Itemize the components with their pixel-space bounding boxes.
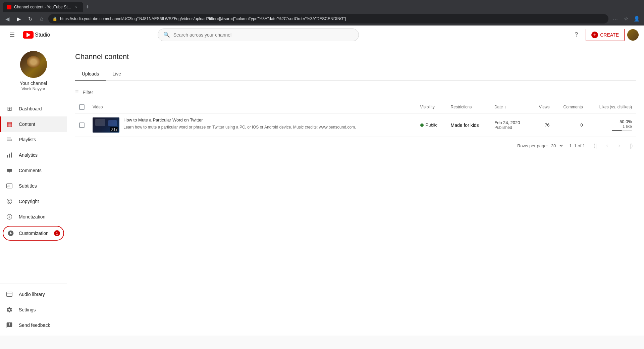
likes-percent: 50.0% <box>591 119 632 124</box>
copyright-icon <box>5 197 13 205</box>
video-title[interactable]: How to Mute a Particular Word on Twitter <box>123 117 412 123</box>
first-page-button[interactable]: ⟨| <box>590 141 600 150</box>
user-avatar[interactable] <box>627 29 639 41</box>
comments-icon <box>5 166 13 174</box>
col-video: Video <box>89 101 416 113</box>
sidebar-item-label: Comments <box>19 168 42 173</box>
browser-chrome: Channel content - YouTube St... × + ◀ ▶ … <box>0 0 644 26</box>
sidebar-item-content[interactable]: ▦ Content <box>0 116 67 132</box>
tabs: Uploads Live <box>75 68 636 81</box>
back-button[interactable]: ◀ <box>3 14 12 23</box>
create-label: CREATE <box>600 32 619 38</box>
page-title: Channel content <box>75 52 636 61</box>
rows-per-page: Rows per page: 30 50 100 <box>517 143 564 149</box>
col-date[interactable]: Date ↓ <box>490 101 531 113</box>
row-checkbox-cell <box>75 113 89 137</box>
sidebar-item-dashboard[interactable]: ⊞ Dashboard <box>0 101 67 116</box>
svg-rect-0 <box>7 138 11 138</box>
forward-button[interactable]: ▶ <box>14 14 23 23</box>
videos-table: Video Visibility Restrictions Date ↓ Vie… <box>75 101 636 137</box>
help-button[interactable]: ? <box>570 28 583 42</box>
create-icon <box>591 32 598 38</box>
sidebar-item-audio-library[interactable]: Audio library <box>0 287 67 302</box>
home-button[interactable]: ⌂ <box>37 14 46 23</box>
date-status: Published <box>494 125 527 130</box>
prev-page-button[interactable]: ‹ <box>602 141 612 150</box>
content-icon: ▦ <box>5 120 13 128</box>
extensions-button[interactable]: ⋯ <box>610 14 620 23</box>
row-video-cell: 3:12 How to Mute a Particular Word on Tw… <box>89 113 416 137</box>
col-comments: Comments <box>554 101 587 113</box>
date-col-label: Date <box>494 105 503 109</box>
row-restrictions-cell: Made for kids <box>447 113 490 137</box>
tab-close-button[interactable]: × <box>74 4 79 10</box>
last-page-button[interactable]: |⟩ <box>627 141 636 150</box>
svg-rect-12 <box>7 292 12 296</box>
create-button[interactable]: CREATE <box>586 29 625 41</box>
svg-text:CC: CC <box>7 185 10 187</box>
avatar-image <box>20 51 47 78</box>
browser-tab[interactable]: Channel content - YouTube St... × <box>3 2 83 12</box>
account-button[interactable]: 👤 <box>632 14 641 23</box>
audio-library-icon <box>5 290 13 298</box>
reload-button[interactable]: ↻ <box>25 14 35 23</box>
sidebar-item-send-feedback[interactable]: Send feedback <box>0 317 67 333</box>
svg-rect-2 <box>7 140 11 141</box>
avatar-image <box>627 29 639 41</box>
playlists-icon <box>5 136 13 144</box>
col-likes: Likes (vs. dislikes) <box>587 101 636 113</box>
customization-badge: 1 <box>54 230 60 236</box>
visibility-label: Public <box>426 122 437 128</box>
page-info: 1–1 of 1 <box>569 143 585 148</box>
rows-per-page-select[interactable]: 30 50 100 <box>550 143 564 149</box>
search-box[interactable]: 🔍 <box>158 29 359 41</box>
sidebar-item-analytics[interactable]: Analytics <box>0 147 67 163</box>
header-right: ? CREATE <box>570 28 639 42</box>
sidebar-item-label: Playlists <box>19 137 36 142</box>
svg-marker-3 <box>11 139 12 141</box>
col-restrictions: Restrictions <box>447 101 490 113</box>
tab-uploads[interactable]: Uploads <box>75 68 106 81</box>
new-tab-button[interactable]: + <box>83 4 92 11</box>
col-visibility: Visibility <box>416 101 447 113</box>
filter-input[interactable] <box>83 90 142 95</box>
sidebar-item-label: Copyright <box>19 199 39 204</box>
security-icon: 🔒 <box>52 16 57 21</box>
channel-username: Vivek Nayyar <box>21 87 45 91</box>
row-date-cell: Feb 24, 2020 Published <box>490 113 531 137</box>
visibility-container: Public <box>420 122 443 128</box>
sidebar-item-monetization[interactable]: $ Monetization <box>0 209 67 225</box>
sidebar-item-copyright[interactable]: Copyright <box>0 194 67 209</box>
sidebar-item-label: Send feedback <box>19 322 50 328</box>
tab-live[interactable]: Live <box>106 68 128 81</box>
select-all-checkbox[interactable] <box>79 104 85 110</box>
sidebar-item-label: Monetization <box>19 214 45 219</box>
app-container: Your channel Vivek Nayyar ⊞ Dashboard ▦ … <box>0 26 644 336</box>
search-input[interactable] <box>173 32 353 38</box>
sidebar-item-comments[interactable]: Comments <box>0 163 67 178</box>
filter-icon[interactable]: ≡ <box>75 89 79 96</box>
bookmark-button[interactable]: ☆ <box>621 14 631 23</box>
video-thumbnail[interactable]: 3:12 <box>93 117 119 133</box>
col-checkbox <box>75 101 89 113</box>
sidebar-item-label: Audio library <box>19 292 45 297</box>
row-checkbox[interactable] <box>79 122 85 128</box>
browser-toolbar: ◀ ▶ ↻ ⌂ 🔒 https://studio.youtube.com/cha… <box>0 12 644 26</box>
sidebar-item-customization[interactable]: Customization 1 <box>3 226 64 241</box>
subtitles-icon: CC <box>5 182 13 190</box>
sidebar-item-subtitles[interactable]: CC Subtitles <box>0 178 67 194</box>
sidebar-item-label: Dashboard <box>19 106 42 111</box>
sidebar-item-label: Subtitles <box>19 183 37 189</box>
url-text: https://studio.youtube.com/channel/UC3lu… <box>60 16 604 21</box>
sidebar-item-label: Settings <box>19 307 36 312</box>
sidebar-item-playlists[interactable]: Playlists <box>0 132 67 147</box>
monetization-icon: $ <box>5 213 13 221</box>
date-value: Feb 24, 2020 <box>494 120 527 125</box>
next-page-button[interactable]: › <box>614 141 624 150</box>
address-bar[interactable]: 🔒 https://studio.youtube.com/channel/UC3… <box>48 14 608 23</box>
sidebar-item-label: Content <box>19 121 35 127</box>
row-likes-cell: 50.0% 1 like <box>587 113 636 137</box>
customization-icon <box>7 229 15 237</box>
sidebar-item-settings[interactable]: Settings <box>0 302 67 317</box>
likes-count: 1 like <box>591 124 632 129</box>
